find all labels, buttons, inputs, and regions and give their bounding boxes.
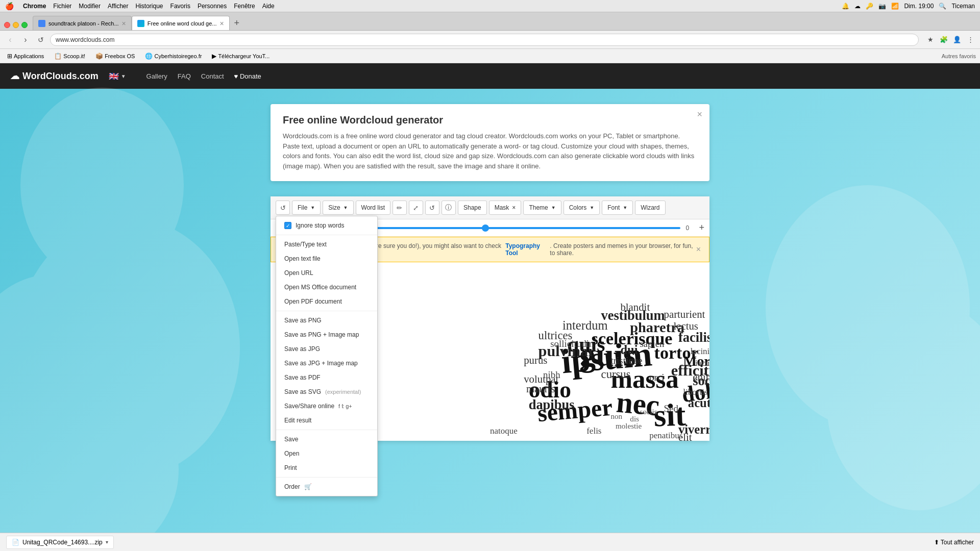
size-btn[interactable]: Size ▼ bbox=[323, 201, 353, 215]
rotate-btn[interactable]: ↺ bbox=[425, 201, 439, 215]
ignore-stop-words-checkbox[interactable]: ✓ bbox=[284, 222, 291, 229]
save-png-map-item[interactable]: Save as PNG + Image map bbox=[276, 328, 377, 342]
file-dropdown-menu: ✓ Ignore stop words Paste/Type text Open… bbox=[276, 216, 378, 496]
bookmark-applications[interactable]: ⊞ Applications bbox=[4, 52, 47, 61]
menubar-key[interactable]: 🔑 bbox=[866, 3, 873, 10]
language-selector[interactable]: 🇬🇧 ▼ bbox=[109, 71, 126, 81]
typography-tool-link[interactable]: Typography Tool bbox=[505, 242, 547, 257]
resize-btn[interactable]: ⤢ bbox=[409, 201, 423, 215]
refresh-btn[interactable]: ↺ bbox=[276, 201, 290, 215]
word-dapibus: dapibus bbox=[529, 397, 575, 413]
bookmark-youtube[interactable]: ▶ Téléchargeur YouT... bbox=[209, 52, 273, 61]
menu-favoris[interactable]: Favoris bbox=[170, 3, 190, 10]
chrome-menu-btn[interactable]: ⋮ bbox=[965, 34, 976, 45]
profile-btn[interactable]: 👤 bbox=[951, 34, 963, 45]
slider-thumb[interactable] bbox=[482, 224, 489, 232]
bookmark-youtube-icon: ▶ bbox=[212, 53, 216, 60]
apple-menu[interactable]: 🍎 bbox=[5, 2, 14, 10]
menubar-notification[interactable]: 🔔 bbox=[842, 3, 849, 10]
ignore-stop-words-item[interactable]: ✓ Ignore stop words bbox=[276, 218, 377, 233]
download-chevron[interactable]: ▾ bbox=[106, 539, 108, 545]
menu-fenetre[interactable]: Fenêtre bbox=[234, 3, 255, 10]
nav-donate[interactable]: ♥ Donate bbox=[234, 72, 261, 80]
word-list-btn[interactable]: Word list bbox=[356, 201, 390, 215]
info-banner-title: Free online Wordcloud generator bbox=[283, 114, 697, 126]
show-all-downloads[interactable]: ⬆ Tout afficher bbox=[934, 539, 974, 546]
edit-result-item[interactable]: Edit result bbox=[276, 413, 377, 428]
bookmark-scoopit[interactable]: 📋 Scoop.it! bbox=[51, 52, 88, 61]
bookmark-freeboxos[interactable]: 📦 Freebox OS bbox=[92, 52, 138, 61]
wizard-btn[interactable]: Wizard bbox=[635, 201, 665, 215]
refresh-btn[interactable]: ↺ bbox=[35, 34, 47, 46]
window-expand-btn[interactable] bbox=[21, 22, 28, 28]
tab1-close[interactable]: × bbox=[122, 19, 126, 28]
menu-aide[interactable]: Aide bbox=[262, 3, 275, 10]
download-item[interactable]: 📄 Unitag_QRCode_14693....zip ▾ bbox=[6, 536, 114, 549]
nav-gallery[interactable]: Gallery bbox=[146, 72, 167, 80]
back-btn[interactable]: ‹ bbox=[4, 34, 16, 46]
open-label: Open bbox=[284, 450, 299, 457]
save-jpg-map-item[interactable]: Save as JPG + Image map bbox=[276, 356, 377, 370]
menubar-search[interactable]: 🔍 bbox=[939, 3, 946, 10]
word-mauris: mauris bbox=[526, 383, 555, 395]
file-btn[interactable]: File ▼ bbox=[292, 201, 321, 215]
print-label: Print bbox=[284, 464, 297, 471]
save-jpg-item[interactable]: Save as JPG bbox=[276, 342, 377, 356]
menu-afficher[interactable]: Afficher bbox=[108, 3, 128, 10]
word-lectus: lectus bbox=[673, 320, 698, 332]
save-item[interactable]: Save bbox=[276, 432, 377, 446]
menu-historique[interactable]: Historique bbox=[136, 3, 163, 10]
menubar-camera[interactable]: 📷 bbox=[878, 3, 886, 10]
mask-close-icon[interactable]: × bbox=[512, 204, 516, 211]
order-item[interactable]: Order 🛒 bbox=[276, 480, 377, 494]
open-text-file-item[interactable]: Open text file bbox=[276, 252, 377, 266]
order-label: Order bbox=[284, 483, 300, 490]
save-svg-item[interactable]: Save as SVG (experimental) bbox=[276, 385, 377, 399]
word-molestie: molestie bbox=[616, 422, 642, 430]
open-url-item[interactable]: Open URL bbox=[276, 266, 377, 280]
nav-faq[interactable]: FAQ bbox=[178, 72, 191, 80]
print-item[interactable]: Print bbox=[276, 461, 377, 475]
save-pdf-item[interactable]: Save as PDF bbox=[276, 370, 377, 385]
svg-point-1 bbox=[15, 218, 240, 478]
forward-btn[interactable]: › bbox=[19, 34, 32, 46]
size-label: Size bbox=[328, 204, 340, 211]
font-btn[interactable]: Font ▼ bbox=[602, 201, 633, 215]
shape-btn[interactable]: Shape bbox=[458, 201, 487, 215]
save-png-item[interactable]: Save as PNG bbox=[276, 313, 377, 328]
colors-btn[interactable]: Colors ▼ bbox=[564, 201, 600, 215]
other-bookmarks[interactable]: Autres favoris bbox=[942, 53, 976, 59]
bookmark-cyberhistoire[interactable]: 🌐 Cyberhistoiregeo.fr bbox=[142, 52, 205, 61]
slider-plus-btn[interactable]: + bbox=[699, 222, 704, 233]
open-ms-office-item[interactable]: Open MS Office document bbox=[276, 280, 377, 294]
window-close-btn[interactable] bbox=[4, 22, 10, 28]
tab2-close[interactable]: × bbox=[220, 19, 224, 28]
tab-1[interactable]: soundtrack platoon - Rech... × bbox=[33, 16, 132, 30]
paste-type-text-item[interactable]: Paste/Type text bbox=[276, 237, 377, 252]
site-logo[interactable]: ☁ WordClouds.com bbox=[10, 70, 99, 82]
menu-fichier[interactable]: Fichier bbox=[53, 3, 71, 10]
alert-close-btn[interactable]: × bbox=[696, 245, 701, 254]
save-share-item[interactable]: Save/Share online f 𝕥 g+ bbox=[276, 399, 377, 413]
theme-btn[interactable]: Theme ▼ bbox=[523, 201, 561, 215]
menu-personnes[interactable]: Personnes bbox=[198, 3, 227, 10]
download-icon: 📄 bbox=[12, 539, 19, 546]
open-item[interactable]: Open bbox=[276, 446, 377, 461]
word-list-label: Word list bbox=[361, 204, 385, 211]
bookmark-btn[interactable]: ★ bbox=[925, 34, 936, 45]
tab-2[interactable]: Free online word cloud ge... × bbox=[132, 16, 230, 30]
mask-btn[interactable]: Mask × bbox=[489, 201, 522, 215]
open-pdf-item[interactable]: Open PDF document bbox=[276, 294, 377, 309]
info-banner-close-btn[interactable]: × bbox=[697, 109, 702, 120]
info-btn[interactable]: ⓘ bbox=[442, 201, 456, 215]
menu-modifier[interactable]: Modifier bbox=[79, 3, 101, 10]
extensions-btn[interactable]: 🧩 bbox=[938, 34, 949, 45]
edit-btn[interactable]: ✏ bbox=[393, 201, 407, 215]
window-minimize-btn[interactable] bbox=[13, 22, 19, 28]
app-name[interactable]: Chrome bbox=[23, 3, 46, 10]
new-tab-btn[interactable]: + bbox=[230, 16, 244, 30]
address-bar[interactable]: www.wordclouds.com bbox=[50, 34, 919, 46]
font-label: Font bbox=[607, 204, 620, 211]
menubar-cloud[interactable]: ☁ bbox=[854, 3, 861, 10]
nav-contact[interactable]: Contact bbox=[201, 72, 224, 80]
